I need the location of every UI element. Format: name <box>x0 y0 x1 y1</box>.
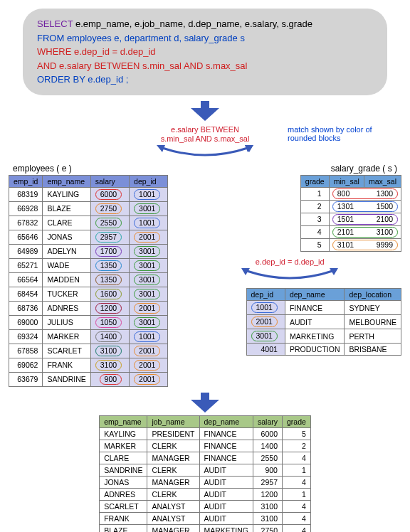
sql-and: AND e.salary BETWEEN s.min_sal AND s.max… <box>37 59 373 73</box>
res-hdr-dep: dep_name <box>199 415 253 427</box>
table-row: 67858SCARLET31002001 <box>9 344 168 358</box>
table-row: JONASMANAGERAUDIT29574 <box>100 476 311 488</box>
dep-hdr-name: dep_name <box>285 289 345 301</box>
dep-hdr-id: dep_id <box>246 289 285 301</box>
table-row: CLAREMANAGERFINANCE25504 <box>100 452 311 464</box>
table-row: FRANKANALYSTAUDIT31004 <box>100 512 311 524</box>
table-row: BLAZEMANAGERMARKETING27504 <box>100 524 311 532</box>
table-row: 65271WADE13503001 <box>9 258 168 272</box>
grade-hdr-max: max_sal <box>364 175 401 187</box>
sql-where: WHERE e.dep_id = d.dep_id <box>37 45 373 59</box>
emp-hdr-salary: salary <box>90 175 129 187</box>
sql-from: FROM employees e, department d, salary_g… <box>37 31 373 46</box>
department-table: dep_id dep_name dep_location 1001FINANCE… <box>246 288 401 356</box>
res-hdr-sal: salary <box>253 415 282 427</box>
salary-grade-table: grade min_sal max_sal 180013002130115003… <box>300 175 401 252</box>
res-hdr-job: job_name <box>147 415 199 427</box>
table-row: SCARLETANALYSTAUDIT31004 <box>100 500 311 512</box>
table-row: 4001PRODUCTIONBRISBANE <box>246 344 401 356</box>
salary-grade-block: salary_grade ( s ) grade min_sal max_sal… <box>178 162 401 252</box>
sql-query-box: SELECT e.emp_name, e.job_name, d.dep_nam… <box>23 9 387 95</box>
arrow-down-icon <box>9 393 401 413</box>
res-hdr-grade: grade <box>282 415 310 427</box>
table-row: 2001AUDITMELBOURNE <box>246 315 401 329</box>
table-row: SANDRINECLERKAUDIT9001 <box>100 464 311 476</box>
match-note: match shown by color of rounded blocks <box>288 125 394 142</box>
table-row: 69324MARKER14001001 <box>9 329 168 344</box>
table-row: 213011500 <box>300 200 401 213</box>
sql-orderby: ORDER BY e.dep_id ; <box>37 73 373 87</box>
double-arrow-icon <box>178 268 401 281</box>
employees-label: employees ( e ) <box>13 164 168 174</box>
emp-hdr-id: emp_id <box>9 175 43 187</box>
table-row: 69000JULIUS10503001 <box>9 315 168 329</box>
emp-hdr-dep: dep_id <box>130 175 168 187</box>
dep-hdr-loc: dep_location <box>345 289 401 301</box>
table-row: ADNRESCLERKAUDIT12001 <box>100 488 311 500</box>
table-row: 68319KAYLING60001001 <box>9 187 168 201</box>
double-arrow-icon <box>155 145 255 158</box>
table-row: 64989ADELYN17003001 <box>9 244 168 258</box>
table-row: 531019999 <box>300 238 401 251</box>
table-row: 3001MARKETINGPERTH <box>246 329 401 344</box>
table-row: 67832CLARE25501001 <box>9 216 168 230</box>
table-row: 66564MADDEN13503001 <box>9 272 168 287</box>
department-block: dep_id dep_name dep_location 1001FINANCE… <box>178 288 401 356</box>
table-row: 66928BLAZE27503001 <box>9 201 168 216</box>
table-row: 68736ADNRES12002001 <box>9 301 168 315</box>
arrow-down-icon <box>9 101 401 121</box>
table-row: 1001FINANCESYDNEY <box>246 301 401 315</box>
emp-hdr-name: emp_name <box>43 175 90 187</box>
res-hdr-emp: emp_name <box>100 415 147 427</box>
sql-kw-select: SELECT <box>37 18 75 29</box>
grade-hdr-grade: grade <box>300 175 329 187</box>
table-row: KAYLINGPRESIDENTFINANCE60005 <box>100 427 311 440</box>
table-row: 65646JONAS29572001 <box>9 230 168 244</box>
join-salary-label: e.salary BETWEEN s.min_sal AND s.max_sal <box>155 125 255 144</box>
grade-hdr-min: min_sal <box>329 175 364 187</box>
sql-cols: e.emp_name, e.job_name, d.dep_name, e.sa… <box>75 18 312 29</box>
employees-table: emp_id emp_name salary dep_id 68319KAYLI… <box>9 175 168 387</box>
table-row: 68454TUCKER16003001 <box>9 287 168 301</box>
svg-marker-0 <box>191 101 219 121</box>
join-dep-label: e.dep_id = d.dep_id <box>178 257 401 267</box>
table-row: 18001300 <box>300 187 401 200</box>
table-row: 69062FRANK31002001 <box>9 358 168 372</box>
result-table: emp_name job_name dep_name salary grade … <box>99 415 311 532</box>
salary-grade-label: salary_grade ( s ) <box>182 164 401 174</box>
table-row: 63679SANDRINE9002001 <box>9 372 168 386</box>
svg-marker-6 <box>191 393 219 413</box>
table-row: 315012100 <box>300 213 401 225</box>
table-row: MARKERCLERKFINANCE14002 <box>100 440 311 452</box>
employees-block: employees ( e ) emp_id emp_name salary d… <box>9 162 168 387</box>
table-row: 421013100 <box>300 225 401 238</box>
